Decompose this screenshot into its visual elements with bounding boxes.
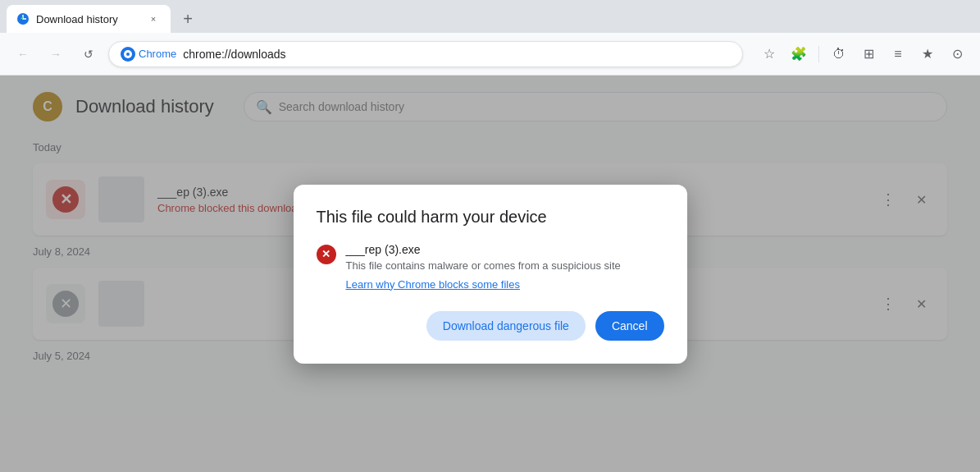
dialog-file-info: ___rep (3).exe This file contains malwar… [346, 243, 621, 291]
reader-icon[interactable]: ≡ [885, 41, 911, 67]
address-bar: ← → ↺ Chrome chrome://downloads ☆ 🧩 ⏱ ⊞ … [0, 33, 980, 76]
tab-favicon [16, 12, 30, 25]
url-bar[interactable]: Chrome chrome://downloads [108, 41, 743, 67]
dialog-file-description: This file contains malware or comes from… [346, 259, 621, 272]
dialog-file-name: ___rep (3).exe [346, 243, 621, 256]
danger-dialog: This file could harm your device ✕ ___re… [294, 185, 687, 364]
dialog-title: This file could harm your device [317, 208, 664, 227]
history-icon[interactable]: ⏱ [826, 41, 852, 67]
toolbar-divider [818, 46, 819, 62]
tab-close-button[interactable]: × [146, 11, 161, 26]
new-tab-button[interactable]: + [174, 5, 202, 33]
download-dangerous-button[interactable]: Download dangerous file [426, 311, 586, 341]
url-text: chrome://downloads [183, 48, 731, 61]
url-favicon: Chrome [121, 47, 176, 62]
dialog-error-icon: ✕ [317, 245, 336, 264]
profile-icon[interactable]: ⊙ [944, 41, 970, 67]
bookmarks-icon[interactable]: ★ [914, 41, 941, 67]
dialog-buttons: Download dangerous file Cancel [317, 311, 664, 341]
back-button[interactable]: ← [10, 41, 36, 67]
dialog-file-row: ✕ ___rep (3).exe This file contains malw… [317, 243, 664, 291]
svg-point-2 [126, 53, 130, 56]
forward-button[interactable]: → [43, 41, 69, 67]
star-icon[interactable]: ☆ [756, 41, 782, 67]
reload-button[interactable]: ↺ [75, 41, 102, 67]
browser-window: Download history × + ← → ↺ Chrome chrome… [0, 0, 980, 472]
tab-bar: Download history × + [0, 0, 980, 33]
learn-more-link[interactable]: Learn why Chrome blocks some files [346, 278, 520, 291]
chrome-badge [121, 47, 135, 62]
tab-title: Download history [36, 13, 139, 25]
tabs-icon[interactable]: ⊞ [855, 41, 882, 67]
main-content: C Download history 🔍 Today ✕ ___ep (3).e… [0, 76, 980, 472]
modal-overlay: This file could harm your device ✕ ___re… [0, 76, 980, 472]
chrome-label: Chrome [139, 48, 176, 60]
cancel-button[interactable]: Cancel [595, 311, 664, 341]
extensions-icon[interactable]: 🧩 [786, 41, 812, 67]
active-tab[interactable]: Download history × [7, 5, 171, 33]
toolbar-icons: ☆ 🧩 ⏱ ⊞ ≡ ★ ⊙ [756, 41, 970, 67]
